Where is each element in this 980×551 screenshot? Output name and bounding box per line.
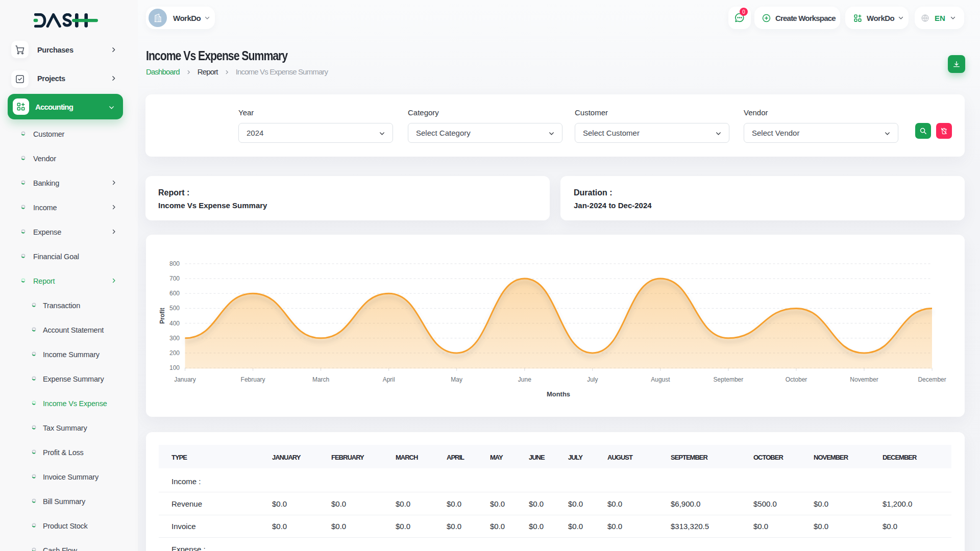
svg-text:August: August (651, 376, 670, 383)
svg-text:700: 700 (169, 275, 180, 282)
svg-text:400: 400 (169, 320, 180, 327)
svg-text:100: 100 (169, 364, 180, 371)
svg-text:May: May (451, 376, 462, 383)
svg-text:December: December (918, 376, 946, 383)
svg-text:September: September (714, 376, 744, 383)
svg-text:October: October (786, 376, 807, 383)
svg-text:Months: Months (547, 390, 570, 398)
svg-text:April: April (383, 376, 395, 383)
svg-text:July: July (587, 376, 598, 383)
svg-text:November: November (850, 376, 878, 383)
svg-text:February: February (241, 376, 265, 383)
svg-text:800: 800 (169, 260, 180, 267)
svg-text:200: 200 (169, 349, 180, 357)
svg-text:March: March (312, 376, 329, 383)
svg-text:January: January (174, 376, 196, 383)
svg-text:500: 500 (169, 305, 180, 312)
svg-text:Profit: Profit (159, 308, 166, 323)
svg-text:300: 300 (169, 335, 180, 342)
svg-text:June: June (518, 376, 531, 383)
svg-text:600: 600 (169, 290, 180, 297)
